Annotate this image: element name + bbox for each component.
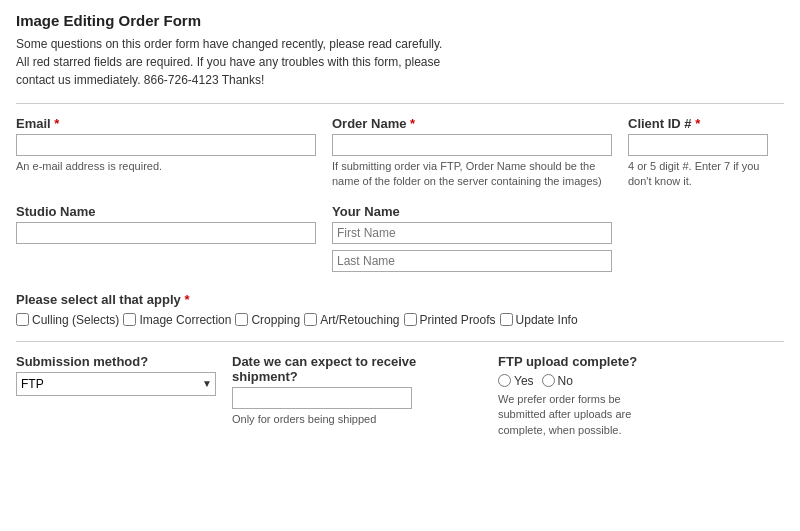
- order-name-field-group: Order Name * If submitting order via FTP…: [332, 116, 612, 190]
- client-id-field-group: Client ID # * 4 or 5 digit #. Enter 7 if…: [628, 116, 768, 190]
- checkbox-image-correction-input[interactable]: [123, 313, 136, 326]
- submission-method-label: Submission method?: [16, 354, 216, 369]
- first-name-input[interactable]: [332, 222, 612, 244]
- email-input[interactable]: [16, 134, 316, 156]
- your-name-field-group: Your Name: [332, 204, 612, 278]
- checkbox-culling[interactable]: Culling (Selects): [16, 313, 119, 327]
- submission-method-group: Submission method? FTP Upload Mail ▼: [16, 354, 216, 396]
- row-email-order-client: Email * An e-mail address is required. O…: [16, 116, 784, 190]
- checkbox-update-info-input[interactable]: [500, 313, 513, 326]
- order-name-input[interactable]: [332, 134, 612, 156]
- studio-name-field-group: Studio Name: [16, 204, 316, 244]
- checkboxes-row: Culling (Selects) Image Correction Cropp…: [16, 313, 784, 327]
- ftp-no-label: No: [558, 374, 573, 388]
- submission-method-select[interactable]: FTP Upload Mail: [16, 372, 216, 396]
- order-required-star: *: [410, 116, 415, 131]
- checkbox-cropping-input[interactable]: [235, 313, 248, 326]
- order-name-label: Order Name *: [332, 116, 612, 131]
- page-title: Image Editing Order Form: [16, 12, 784, 29]
- checkbox-printed-proofs-input[interactable]: [404, 313, 417, 326]
- studio-name-input[interactable]: [16, 222, 316, 244]
- checkboxes-required-star: *: [184, 292, 189, 307]
- email-required-star: *: [54, 116, 59, 131]
- email-label: Email *: [16, 116, 316, 131]
- client-id-label: Client ID # *: [628, 116, 768, 131]
- your-name-label: Your Name: [332, 204, 612, 219]
- date-shipment-hint: Only for orders being shipped: [232, 412, 482, 427]
- ftp-upload-group: FTP upload complete? Yes No We prefer or…: [498, 354, 638, 438]
- checkbox-cropping-label: Cropping: [251, 313, 300, 327]
- ftp-upload-hint: We prefer order forms be submitted after…: [498, 392, 638, 438]
- checkboxes-label: Please select all that apply *: [16, 292, 784, 307]
- date-shipment-group: Date we can expect to receive shipment? …: [232, 354, 482, 427]
- ftp-yes-item[interactable]: Yes: [498, 374, 534, 388]
- checkbox-image-correction-label: Image Correction: [139, 313, 231, 327]
- bottom-row: Submission method? FTP Upload Mail ▼ Dat…: [16, 354, 784, 438]
- checkbox-image-correction[interactable]: Image Correction: [123, 313, 231, 327]
- checkbox-printed-proofs-label: Printed Proofs: [420, 313, 496, 327]
- checkbox-printed-proofs[interactable]: Printed Proofs: [404, 313, 496, 327]
- checkbox-art-retouching-input[interactable]: [304, 313, 317, 326]
- checkbox-update-info[interactable]: Update Info: [500, 313, 578, 327]
- checkbox-art-retouching-label: Art/Retouching: [320, 313, 399, 327]
- submission-select-wrapper: FTP Upload Mail ▼: [16, 372, 216, 396]
- ftp-no-item[interactable]: No: [542, 374, 573, 388]
- divider2: [16, 341, 784, 342]
- row-studio-name: Studio Name Your Name: [16, 204, 784, 278]
- ftp-upload-radio-group: Yes No: [498, 374, 638, 388]
- ftp-yes-radio[interactable]: [498, 374, 511, 387]
- checkbox-update-info-label: Update Info: [516, 313, 578, 327]
- date-shipment-label: Date we can expect to receive shipment?: [232, 354, 482, 384]
- intro-text: Some questions on this order form have c…: [16, 35, 784, 89]
- date-shipment-input[interactable]: [232, 387, 412, 409]
- ftp-no-radio[interactable]: [542, 374, 555, 387]
- email-hint: An e-mail address is required.: [16, 159, 316, 174]
- checkbox-art-retouching[interactable]: Art/Retouching: [304, 313, 399, 327]
- ftp-upload-label: FTP upload complete?: [498, 354, 638, 369]
- checkboxes-section: Please select all that apply * Culling (…: [16, 292, 784, 327]
- client-required-star: *: [695, 116, 700, 131]
- checkbox-culling-input[interactable]: [16, 313, 29, 326]
- checkbox-cropping[interactable]: Cropping: [235, 313, 300, 327]
- last-name-input[interactable]: [332, 250, 612, 272]
- studio-name-label: Studio Name: [16, 204, 316, 219]
- order-name-hint: If submitting order via FTP, Order Name …: [332, 159, 612, 190]
- ftp-yes-label: Yes: [514, 374, 534, 388]
- client-id-hint: 4 or 5 digit #. Enter 7 if you don't kno…: [628, 159, 768, 190]
- checkbox-culling-label: Culling (Selects): [32, 313, 119, 327]
- client-id-input[interactable]: [628, 134, 768, 156]
- email-field-group: Email * An e-mail address is required.: [16, 116, 316, 174]
- divider: [16, 103, 784, 104]
